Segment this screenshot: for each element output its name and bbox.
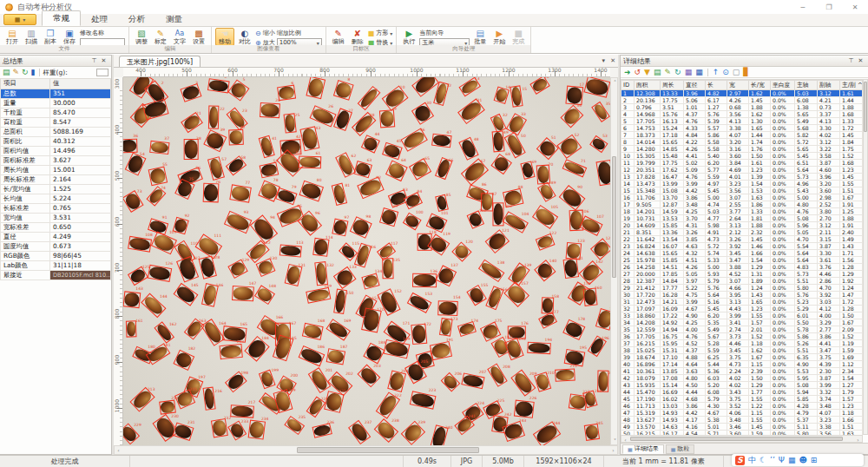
close-button[interactable]: ✕ xyxy=(842,0,868,14)
detail-row[interactable]: 4611.71313.033.864.303.521.220.0%4.283.4… xyxy=(621,403,863,410)
detail-row[interactable]: 718.37317.184.845.864.071.440.0%5.824.02… xyxy=(621,132,863,139)
detail-row[interactable]: 3918.67417.104.886.253.751.670.0%6.353.7… xyxy=(621,354,863,361)
ribbon-tab-处理[interactable]: 处理 xyxy=(81,12,118,26)
detail-row[interactable]: 220.13617.755.066.174.261.450.0%6.084.21… xyxy=(621,97,863,104)
detail-v-thumb[interactable] xyxy=(864,82,867,132)
app-menu-button[interactable]: ▦ ▾ xyxy=(3,14,36,25)
target-edit-button[interactable]: ✎ 编辑 xyxy=(330,28,347,46)
print2-icon[interactable]: ▦ xyxy=(695,69,703,76)
image-vertical-scrollbar[interactable]: ˄ ˅ xyxy=(610,77,618,445)
undo-icon[interactable]: ↺ xyxy=(635,69,641,76)
summary-row[interactable]: 圆度均值0.673 xyxy=(1,241,111,251)
window-icon[interactable]: ▢ xyxy=(733,69,740,76)
detail-col-1[interactable]: 面积 xyxy=(635,81,661,90)
detail-row[interactable]: 4415.47016.694.446.083.431.770.0%5.943.3… xyxy=(621,389,863,396)
detail-row[interactable]: 4218.07917.084.806.034.021.500.0%5.953.8… xyxy=(621,375,863,382)
detail-row[interactable]: 3414.20814.924.255.353.411.570.0%5.503.2… xyxy=(621,319,863,326)
detail-row[interactable]: 30.7963.511.011.270.681.880.0%1.380.731.… xyxy=(621,104,863,111)
detail-row[interactable]: 914.28014.854.265.583.161.760.0%5.653.22… xyxy=(621,146,863,153)
copy-button[interactable]: ❐ 副本 xyxy=(42,28,59,46)
doc-close-icon[interactable]: ✕ xyxy=(610,57,615,64)
image-horizontal-scrollbar[interactable]: ‹ › xyxy=(114,445,618,455)
summary-row[interactable]: 千粒重85.470 xyxy=(1,108,111,117)
detail-row[interactable]: 2316.82416.074.635.723.921.460.0%5.543.8… xyxy=(621,243,863,250)
summary-row[interactable]: 面积均值14.496 xyxy=(1,146,111,155)
sample-weight-input[interactable] xyxy=(96,69,108,76)
keyboard-icon[interactable]: ▦ xyxy=(788,456,796,464)
detail-row[interactable]: 4016.89617.144.645.444.731.150.0%4.904.3… xyxy=(621,361,863,368)
detail-row[interactable]: 614.75315.244.335.573.381.650.0%5.683.30… xyxy=(621,125,863,132)
detail-tab-散粒[interactable]: ▦散粒 xyxy=(666,444,695,454)
detail-row[interactable]: 2921.41217.775.225.764.661.240.0%5.804.7… xyxy=(621,285,863,292)
detail-col-6[interactable]: 长/宽 xyxy=(749,81,771,90)
scroll-left-icon[interactable]: ‹ xyxy=(115,446,122,454)
detail-row[interactable]: 4315.93515.144.505.204.021.290.0%5.083.9… xyxy=(621,382,863,389)
excel-edit-icon[interactable]: ✎ xyxy=(665,69,672,76)
chart-icon[interactable]: ▊ xyxy=(743,69,749,76)
detail-col-5[interactable]: 宽 xyxy=(727,81,749,90)
sogou-logo[interactable]: S xyxy=(735,456,745,465)
detail-row[interactable]: 517.70516.134.765.394.131.300.0%5.494.13… xyxy=(621,118,863,125)
ribbon-tab-分析[interactable]: 分析 xyxy=(118,12,155,26)
detail-row[interactable]: 1015.30515.484.415.403.601.500.0%5.453.5… xyxy=(621,153,863,160)
print-icon[interactable]: ▦ xyxy=(685,69,693,76)
detail-row[interactable]: 1413.47313.993.994.973.231.540.0%4.963.2… xyxy=(621,181,863,187)
detail-col-3[interactable]: 直径 xyxy=(684,81,706,90)
detail-row[interactable]: 2414.63815.654.325.743.451.660.0%5.643.3… xyxy=(621,250,863,257)
detail-row[interactable]: 218.35113.363.264.912.122.320.0%5.052.11… xyxy=(621,229,863,236)
detail-row[interactable]: 3815.02515.314.375.593.451.620.0%5.513.4… xyxy=(621,347,863,354)
detail-row[interactable]: 3017.72016.284.755.643.951.430.0%5.763.9… xyxy=(621,292,863,299)
summary-row[interactable]: 最接近DB20105F.mcl 810... xyxy=(1,270,111,280)
summary-row[interactable]: 百粒重8.547 xyxy=(1,117,111,127)
detail-row[interactable]: 3716.21515.954.525.284.461.180.0%5.264.4… xyxy=(621,340,863,347)
refresh-sheet-icon[interactable]: ↻ xyxy=(22,69,29,76)
detail-col-8[interactable]: 主轴 xyxy=(795,81,818,90)
summary-row[interactable]: 长/宽均值1.525 xyxy=(1,184,111,194)
search-icon[interactable]: ⊙ xyxy=(722,69,729,76)
detail-row[interactable]: 2211.64213.543.854.733.261.450.0%4.703.1… xyxy=(621,236,863,243)
save-button[interactable]: ▣ 保存 xyxy=(61,28,78,46)
adjust-button[interactable]: ▧ 调整 xyxy=(133,28,150,46)
summary-row[interactable]: 周长均值15.001 xyxy=(1,165,111,174)
moon-icon[interactable]: ☾ xyxy=(760,456,766,464)
summary-row[interactable]: 长标准差0.765 xyxy=(1,203,111,213)
summary-row[interactable]: 直径4.249 xyxy=(1,232,111,241)
summary-row[interactable]: 宽标准差0.650 xyxy=(1,222,111,232)
mic-icon[interactable]: Ψ xyxy=(779,456,785,464)
detail-row[interactable]: 2812.38714.843.975.793.071.890.0%5.512.8… xyxy=(621,278,863,285)
detail-row[interactable]: 1220.35117.625.095.774.691.230.0%5.644.6… xyxy=(621,167,863,174)
move-button[interactable]: ☚ 移动 xyxy=(215,28,234,46)
pin-icon[interactable]: ⊤ xyxy=(846,57,856,64)
finish-button[interactable]: ■ 完成 xyxy=(510,28,527,46)
scroll-right-icon[interactable]: › xyxy=(609,446,617,454)
excel-icon[interactable]: ▤ xyxy=(654,69,661,76)
detail-row[interactable]: 1611.70613.703.865.003.071.630.0%5.002.9… xyxy=(621,194,863,201)
detail-row[interactable]: 1119.79917.755.026.203.841.610.0%6.513.8… xyxy=(621,160,863,167)
detail-row[interactable]: 4110.36113.853.635.362.242.390.0%5.532.3… xyxy=(621,368,863,375)
detail-row[interactable]: 2614.25814.514.265.003.881.290.0%4.833.7… xyxy=(621,264,863,271)
detail-row[interactable]: 179.50512.873.484.742.551.860.0%4.802.52… xyxy=(621,201,863,208)
close-panel-icon[interactable]: ✕ xyxy=(856,57,865,64)
close-panel-icon[interactable]: ✕ xyxy=(99,57,108,64)
summary-row[interactable]: RGB颜色98|66|45 xyxy=(1,251,111,260)
detail-col-2[interactable]: 周长 xyxy=(661,81,684,90)
minimize-button[interactable]: ─ xyxy=(790,0,816,14)
summary-col-item[interactable]: 项目 xyxy=(1,79,50,89)
maximize-button[interactable]: ❐ xyxy=(816,0,842,14)
summary-row[interactable]: 总面积5088.169 xyxy=(1,127,111,136)
summary-row[interactable]: 周长标准差2.164 xyxy=(1,174,111,184)
excel-refresh-icon[interactable]: ↻ xyxy=(674,69,681,76)
settings-button[interactable]: ▩ 设置 xyxy=(190,28,207,46)
detail-col-10[interactable]: 主/副 ^ xyxy=(840,81,863,90)
document-tab[interactable]: 玉米图片.jpg[100%] xyxy=(119,56,201,67)
database-icon[interactable]: ▮ xyxy=(31,69,36,76)
detail-col-9[interactable]: 副轴 xyxy=(818,81,840,90)
open-button[interactable]: ▤ 打开 xyxy=(3,28,21,46)
lang-chinese-icon[interactable]: 中 xyxy=(748,456,756,464)
export-excel-icon[interactable]: ▤ xyxy=(3,69,10,76)
grid-icon[interactable]: ⊞ xyxy=(811,456,818,464)
detail-row[interactable]: 112.30813.333.964.822.971.620.0%5.033.12… xyxy=(621,90,863,97)
detail-col-7[interactable]: 垩白度 xyxy=(771,81,795,90)
scan-button[interactable]: ▥ 扫描 xyxy=(23,28,40,46)
detail-row[interactable]: 4517.19016.024.685.793.751.550.0%5.853.7… xyxy=(621,396,863,403)
